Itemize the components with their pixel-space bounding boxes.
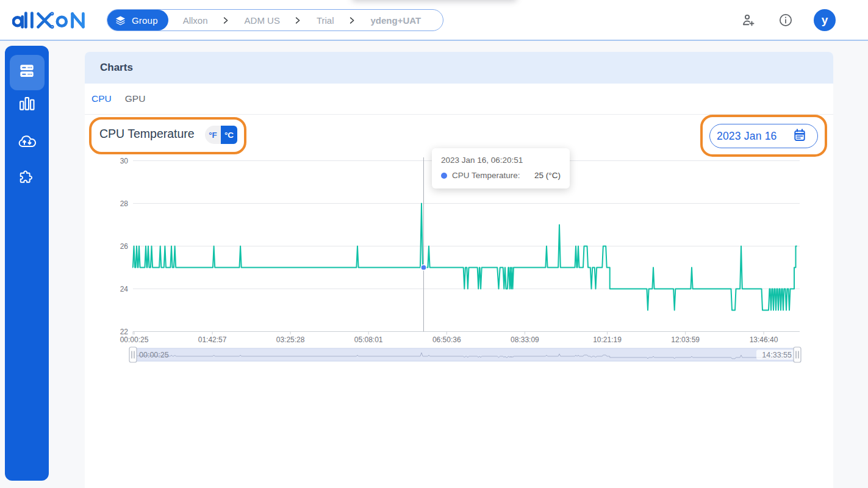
svg-text:06:50:36: 06:50:36 — [432, 336, 461, 344]
svg-text:14:33:55: 14:33:55 — [762, 351, 792, 359]
svg-text:00:00:25: 00:00:25 — [120, 336, 149, 344]
svg-text:05:08:01: 05:08:01 — [354, 336, 383, 344]
svg-text:22: 22 — [120, 328, 129, 336]
svg-text:03:25:28: 03:25:28 — [276, 336, 305, 344]
svg-text:13:46:40: 13:46:40 — [750, 336, 778, 344]
svg-text:08:33:09: 08:33:09 — [511, 336, 539, 344]
svg-text:10:21:19: 10:21:19 — [593, 336, 622, 344]
svg-text:26: 26 — [120, 242, 129, 251]
svg-text:00:00:25: 00:00:25 — [139, 351, 169, 359]
svg-text:01:42:57: 01:42:57 — [198, 336, 227, 344]
svg-text:28: 28 — [120, 199, 129, 208]
svg-text:12:03:59: 12:03:59 — [671, 336, 700, 344]
svg-text:24: 24 — [120, 285, 129, 293]
svg-text:30: 30 — [120, 157, 129, 165]
